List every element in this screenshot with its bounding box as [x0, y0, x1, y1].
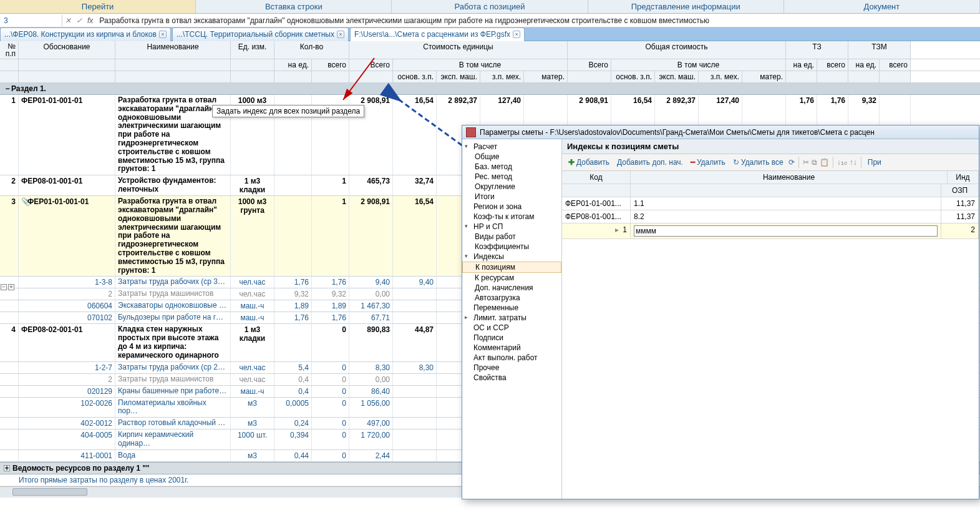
tree-toggle-icon[interactable]: ▾	[465, 253, 471, 259]
expand-icon[interactable]: +	[4, 465, 10, 471]
section-row-1[interactable]: − Раздел 1.	[0, 83, 980, 95]
idx-cell-ozp[interactable]: 11,37	[941, 197, 979, 210]
tree-node[interactable]: К позициям	[462, 262, 561, 273]
cell-np[interactable]	[0, 300, 19, 312]
tree-toggle-icon[interactable]: ▾	[465, 143, 471, 149]
cell-np[interactable]	[0, 450, 19, 461]
idx-cell-code[interactable]: ФЕР01-01-001...	[562, 197, 631, 210]
cell-ed[interactable]: маш.-ч	[231, 312, 274, 323]
tree-node[interactable]: ▸Лимит. затраты	[462, 313, 561, 323]
cell-osn[interactable]: 9,40	[393, 277, 437, 288]
cell-naed[interactable]: 0,394	[274, 429, 312, 449]
ribbon-tab-work-position[interactable]: Работа с позицией	[392, 0, 588, 13]
section-collapse-icon[interactable]: −	[4, 84, 11, 93]
cell-naim[interactable]: Раствор готовый кладочный …	[115, 418, 231, 429]
cell-osn[interactable]: 32,74	[393, 175, 437, 195]
refresh-icon[interactable]: ⟳	[788, 158, 795, 167]
cell-vsego1[interactable]: 0	[312, 374, 349, 385]
cell-ed[interactable]: 1 м3 кладки	[231, 324, 274, 361]
cell-reference-input[interactable]: 3	[0, 15, 62, 26]
cell-naed[interactable]: 5,4	[274, 362, 312, 373]
tree-node[interactable]: Коэф-ты к итогам	[462, 212, 561, 222]
tree-node[interactable]: Подписи	[462, 333, 561, 343]
cell-obosn[interactable]: 070102	[19, 312, 115, 323]
cell-obosn[interactable]: ФЕР08-02-001-01	[19, 324, 115, 361]
cell-osn[interactable]	[393, 386, 437, 397]
cell-vsego1[interactable]: 9,32	[312, 288, 349, 300]
cell-osn[interactable]: 16,54	[393, 95, 437, 175]
cell-osn[interactable]	[393, 374, 437, 385]
tree-node[interactable]: Коэффициенты	[462, 242, 561, 252]
idx-row[interactable]: ФЕР08-01-001...8.211,37	[562, 210, 979, 223]
cell-vsego1[interactable]: 0	[312, 418, 349, 429]
cell-naim[interactable]: Кирпич керамический одинар…	[115, 429, 231, 449]
cell-np[interactable]: 3	[0, 196, 19, 276]
cell-naed[interactable]: 0,44	[274, 450, 312, 461]
tree-node[interactable]: Доп. начисления	[462, 283, 561, 293]
cell-vsego2[interactable]: 0,00	[349, 288, 393, 300]
cell-obosn[interactable]: 1-3-8	[19, 277, 115, 288]
cell-naed[interactable]: 0,24	[274, 418, 312, 429]
cell-osn[interactable]	[393, 450, 437, 461]
add-button[interactable]: ✚Добавить	[566, 157, 612, 168]
cell-vsego2[interactable]: 890,83	[349, 324, 393, 361]
cell-vsego2[interactable]: 1 467,30	[349, 300, 393, 312]
cell-np[interactable]	[0, 398, 19, 418]
cell-osn[interactable]	[393, 300, 437, 312]
cell-naed[interactable]: 1,76	[274, 312, 312, 323]
doc-tab[interactable]: ...\ТССЦ. Территориальный сборник сметны…	[172, 27, 349, 41]
tree-node[interactable]: Рес. метод	[462, 172, 561, 182]
close-icon[interactable]: ×	[159, 31, 167, 38]
close-icon[interactable]: ×	[513, 31, 520, 38]
cell-naim[interactable]: Краны башенные при работе…	[115, 386, 231, 397]
cell-naed[interactable]: 1,89	[274, 300, 312, 312]
tree-node[interactable]: ▾НР и СП	[462, 222, 561, 232]
tree-node[interactable]: ▾Расчет	[462, 142, 561, 152]
cell-osn[interactable]	[393, 398, 437, 418]
cell-np[interactable]	[0, 312, 19, 323]
cell-naed[interactable]	[274, 196, 312, 276]
tree-node[interactable]: Виды работ	[462, 232, 561, 242]
paste-icon[interactable]: 📋	[820, 158, 829, 167]
tree-node[interactable]: ОС и ССР	[462, 323, 561, 333]
ribbon-tab-insert-row[interactable]: Вставка строки	[196, 0, 392, 13]
cell-ed[interactable]: маш.-ч	[231, 386, 274, 397]
cell-vsego2[interactable]: 497,00	[349, 418, 393, 429]
cell-ed[interactable]: м3	[231, 398, 274, 418]
add-dop-button[interactable]: Добавить доп. нач.	[614, 157, 686, 168]
cell-np[interactable]: 4	[0, 324, 19, 361]
cell-ed[interactable]: 1 м3 кладки	[231, 175, 274, 195]
cell-np[interactable]	[0, 374, 19, 385]
idx-edit-row[interactable]: ▸ 1 2	[562, 223, 979, 239]
cell-obosn[interactable]: 404-0005	[19, 429, 115, 449]
tree-node[interactable]: ▾Индексы	[462, 252, 561, 262]
collapse-icon[interactable]: −	[1, 284, 7, 290]
tree-toggle-icon[interactable]: ▸	[465, 314, 471, 320]
tree-node[interactable]: Комментарий	[462, 343, 561, 353]
cell-np[interactable]	[0, 288, 19, 300]
cell-obosn[interactable]: 402-0012	[19, 418, 115, 429]
cell-vsego2[interactable]: 2,44	[349, 450, 393, 461]
cell-naim[interactable]: Затраты труда машинистов	[115, 374, 231, 385]
cell-naed[interactable]	[274, 324, 312, 361]
tree-node[interactable]: Баз. метод	[462, 162, 561, 172]
idx-name-input[interactable]	[634, 225, 938, 237]
cell-naed[interactable]: 9,32	[274, 288, 312, 300]
ribbon-tab-document[interactable]: Документ	[784, 0, 980, 13]
cell-osn[interactable]	[393, 418, 437, 429]
tree-node[interactable]: Автозагрузка	[462, 293, 561, 303]
cell-vsego1[interactable]: 0	[312, 386, 349, 397]
cell-ed[interactable]: 1000 м3 грунта	[231, 196, 274, 276]
cell-np[interactable]: 2	[0, 175, 19, 195]
close-icon[interactable]: ×	[337, 31, 344, 38]
cell-ed[interactable]: чел.час	[231, 288, 274, 300]
ribbon-tab-goto[interactable]: Перейти	[0, 0, 196, 13]
cell-ed[interactable]: м3	[231, 450, 274, 461]
cell-naim[interactable]: Затраты труда машинистов	[115, 288, 231, 300]
formula-text[interactable]: Разработка грунта в отвал экскаваторами …	[95, 15, 980, 26]
cell-vsego2[interactable]: 67,71	[349, 312, 393, 323]
tree-node[interactable]: Итоги	[462, 192, 561, 202]
idx-cell-code[interactable]: ФЕР08-01-001...	[562, 210, 631, 223]
idx-edit-naim[interactable]	[631, 223, 941, 238]
idx-cell-ozp[interactable]: 11,37	[941, 210, 979, 223]
